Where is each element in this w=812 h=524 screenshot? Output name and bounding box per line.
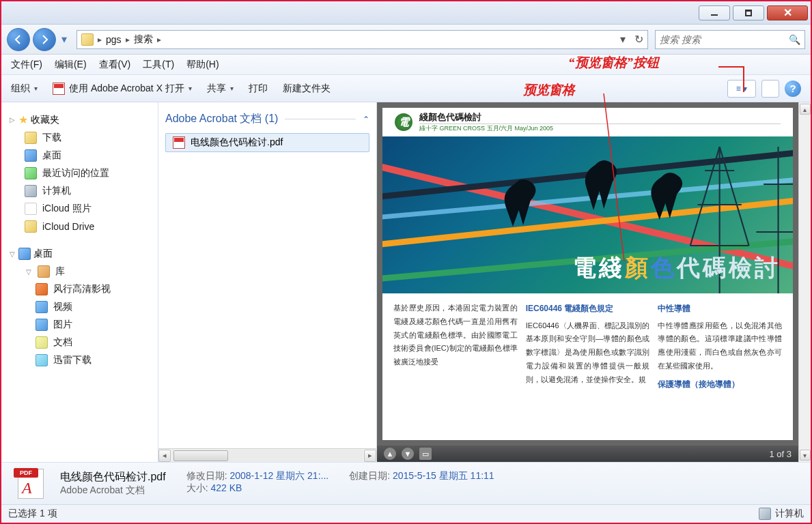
sidebar-item-media[interactable]: 风行高清影视	[5, 280, 154, 298]
hero-image: 電綫顏色代碼檢討	[382, 136, 793, 293]
help-button[interactable]: ?	[785, 81, 801, 97]
search-input[interactable]	[660, 34, 789, 45]
sidebar-item-icloud-photos[interactable]: iCloud 照片	[5, 200, 154, 218]
sidebar-item-xunlei[interactable]: 迅雷下载	[5, 351, 154, 369]
share-button[interactable]: 共享▾	[207, 83, 234, 95]
breadcrumb-segment[interactable]: pgs	[106, 34, 122, 45]
video-icon	[36, 301, 48, 313]
print-button[interactable]: 打印	[249, 83, 268, 95]
chevron-up-icon: ⌃	[363, 115, 369, 124]
sidebar-desktop-header[interactable]: ▽桌面	[5, 245, 154, 263]
command-bar: 组织▾ 使用 Adobe Acrobat X 打开▾ 共享▾ 打印 新建文件夹 …	[1, 75, 811, 102]
organize-button[interactable]: 组织▾	[11, 83, 38, 95]
pdf-next-page-button[interactable]: ▼	[402, 448, 414, 460]
green-cross-logo-icon: 電	[395, 113, 412, 131]
search-box[interactable]: 🔍	[655, 30, 805, 49]
breadcrumb-separator: ▸	[126, 35, 130, 44]
folder-icon	[81, 33, 94, 46]
sidebar-item-downloads[interactable]: 下载	[5, 129, 154, 147]
details-modified-value: 2008-1-12 星期六 21:...	[229, 470, 328, 481]
maximize-button[interactable]	[733, 5, 764, 20]
pdf-fit-button[interactable]: ▭	[419, 448, 432, 460]
download-icon	[36, 354, 48, 366]
file-list[interactable]: Adobe Acrobat 文档 (1)⌃ 电线颜色代码检讨.pdf	[158, 102, 376, 448]
details-created-value: 2015-5-15 星期五 11:11	[393, 470, 494, 481]
minimize-button[interactable]	[699, 5, 730, 20]
history-dropdown[interactable]: ▾	[59, 28, 70, 51]
pdf-icon	[53, 83, 65, 95]
menu-view[interactable]: 查看(V)	[99, 59, 131, 71]
status-bar: 已选择 1 项 计算机	[1, 504, 811, 523]
sidebar-favorites-header[interactable]: ▷★收藏夹	[5, 111, 154, 129]
scroll-up-button[interactable]: ▴	[800, 104, 811, 115]
pdf-prev-page-button[interactable]: ▲	[384, 448, 396, 460]
horizontal-scrollbar[interactable]: ◂ ▸	[158, 448, 376, 462]
pdf-page-indicator: 1 of 3	[769, 449, 792, 459]
sidebar-item-pictures[interactable]: 图片	[5, 316, 154, 334]
new-folder-button[interactable]: 新建文件夹	[283, 83, 331, 95]
sidebar-item-desktop[interactable]: 桌面	[5, 147, 154, 164]
document-icon	[36, 336, 48, 349]
navigation-pane[interactable]: ▷★收藏夹 下载 桌面 最近访问的位置 计算机 iCloud 照片 iCloud…	[1, 102, 158, 462]
arrow-left-icon	[13, 34, 24, 45]
sidebar-item-videos[interactable]: 视频	[5, 298, 154, 316]
doc-header-sub: 綠十字 GREEN CROSS 五月/六月 May/Jun 2005	[419, 124, 781, 133]
arrow-right-icon	[39, 34, 50, 45]
menu-edit[interactable]: 编辑(E)	[55, 59, 87, 71]
menu-bar: 文件(F) 编辑(E) 查看(V) 工具(T) 帮助(H)	[1, 55, 811, 75]
sidebar-item-icloud-drive[interactable]: iCloud Drive	[5, 218, 154, 235]
search-icon: 🔍	[789, 34, 800, 45]
desktop-icon	[18, 248, 31, 260]
nav-bar: ▾ ▸ pgs ▸ 搜索 ▸ ▾ ↻ 🔍	[1, 25, 811, 55]
scroll-left-button[interactable]: ◂	[158, 450, 171, 462]
breadcrumb-segment[interactable]: 搜索	[134, 33, 153, 46]
view-options-button[interactable]: ≡ ▾	[727, 80, 756, 98]
pdf-viewer[interactable]: 電 綫顏色代碼檢討 綠十字 GREEN CROSS 五月/六月 May/Jun …	[377, 102, 798, 446]
back-button[interactable]	[7, 28, 30, 51]
details-filetype: Adobe Acrobat 文档	[60, 484, 166, 497]
breadcrumb-separator: ▸	[98, 35, 102, 44]
preview-pane-button[interactable]	[761, 80, 779, 98]
scroll-down-button[interactable]: ▾	[800, 450, 811, 461]
doc-header-title: 綫顏色代碼檢討	[419, 111, 781, 124]
folder-icon	[25, 220, 37, 233]
close-button[interactable]: ✕	[767, 5, 808, 20]
minimize-icon	[711, 14, 718, 16]
menu-tools[interactable]: 工具(T)	[143, 59, 174, 71]
sidebar-item-libraries[interactable]: ▽库	[5, 263, 154, 280]
picture-icon	[36, 319, 48, 331]
details-size-value: 422 KB	[210, 482, 242, 493]
file-icon	[25, 203, 37, 215]
close-icon: ✕	[783, 6, 792, 19]
sidebar-item-computer[interactable]: 计算机	[5, 182, 154, 200]
scroll-track[interactable]	[172, 450, 363, 462]
status-selection: 已选择 1 项	[8, 508, 57, 520]
file-group-header[interactable]: Adobe Acrobat 文档 (1)⌃	[165, 112, 369, 126]
details-size-label: 大小:	[186, 482, 208, 493]
menu-file[interactable]: 文件(F)	[11, 59, 42, 71]
details-filename: 电线颜色代码检讨.pdf	[60, 470, 166, 484]
sidebar-item-documents[interactable]: 文档	[5, 334, 154, 351]
menu-help[interactable]: 帮助(H)	[186, 59, 219, 71]
open-with-button[interactable]: 使用 Adobe Acrobat X 打开▾	[53, 83, 192, 95]
address-bar[interactable]: ▸ pgs ▸ 搜索 ▸ ▾ ↻	[76, 30, 648, 49]
breadcrumb-separator: ▸	[157, 35, 161, 44]
status-location: 计算机	[775, 508, 804, 520]
library-icon	[38, 265, 50, 278]
star-icon: ★	[18, 113, 28, 126]
scroll-thumb[interactable]	[173, 450, 228, 461]
file-list-pane: Adobe Acrobat 文档 (1)⌃ 电线颜色代码检讨.pdf ◂ ▸	[158, 102, 377, 462]
vertical-scrollbar[interactable]: ▴ ▾	[798, 102, 811, 462]
scroll-right-button[interactable]: ▸	[364, 450, 376, 462]
main-area: ▷★收藏夹 下载 桌面 最近访问的位置 计算机 iCloud 照片 iCloud…	[1, 102, 811, 462]
preview-pane: 電 綫顏色代碼檢討 綠十字 GREEN CROSS 五月/六月 May/Jun …	[377, 102, 798, 462]
sidebar-item-recent[interactable]: 最近访问的位置	[5, 164, 154, 182]
address-dropdown[interactable]: ▾ ↻	[620, 33, 643, 46]
file-item-selected[interactable]: 电线颜色代码检讨.pdf	[165, 133, 369, 152]
details-modified-label: 修改日期:	[186, 470, 227, 481]
doc-column-3: 中性導體中性導體應採用藍色，以免混淆其他導體的顏色。這項標準建議中性導體應使用淺…	[658, 302, 782, 394]
maximize-icon	[745, 10, 752, 16]
desktop-icon	[25, 149, 37, 162]
forward-button[interactable]	[33, 28, 56, 51]
title-bar: ✕	[1, 1, 811, 25]
